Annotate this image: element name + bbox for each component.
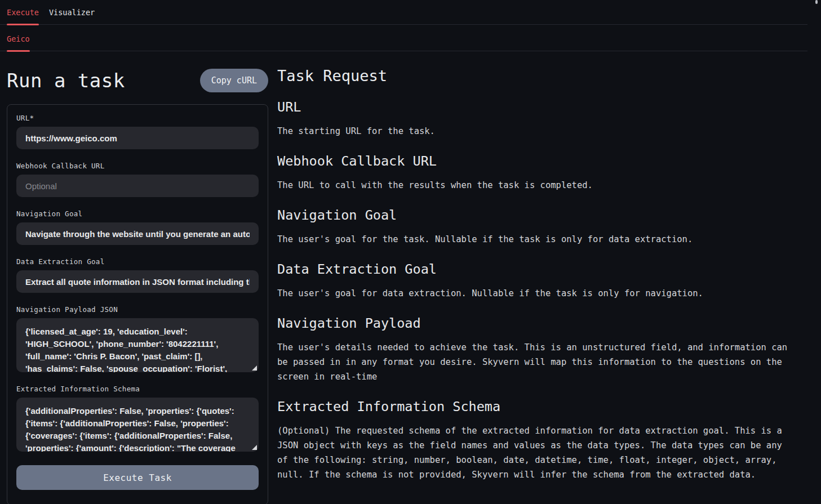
field-webhook-callback-url: Webhook Callback URL bbox=[16, 162, 259, 197]
resize-grip-icon[interactable] bbox=[252, 445, 257, 450]
doc-body: The URL to call with the results when th… bbox=[277, 178, 796, 193]
doc-heading: Data Extraction Goal bbox=[277, 261, 802, 277]
resize-grip-icon[interactable] bbox=[252, 365, 257, 371]
doc-body: The starting URL for the task. bbox=[277, 124, 796, 139]
url-input[interactable] bbox=[16, 127, 259, 149]
scrollbar-thumb[interactable] bbox=[815, 0, 818, 4]
doc-heading: URL bbox=[277, 99, 802, 115]
navigation-goal-input[interactable] bbox=[16, 222, 259, 245]
doc-body: The user's goal for data extraction. Nul… bbox=[277, 286, 796, 301]
doc-section-webhook-callback-url: Webhook Callback URL The URL to call wit… bbox=[277, 153, 802, 193]
doc-heading: Navigation Payload bbox=[277, 315, 802, 331]
main-tabbar: Execute Visualizer bbox=[0, 0, 807, 25]
doc-heading: Navigation Goal bbox=[277, 207, 802, 223]
doc-section-navigation-goal: Navigation Goal The user's goal for the … bbox=[277, 207, 802, 247]
tab-geico[interactable]: Geico bbox=[7, 34, 30, 51]
page-title: Run a task bbox=[7, 69, 125, 92]
main-content: Run a task Copy cURL URL* Webhook Callba… bbox=[0, 51, 821, 504]
url-label: URL* bbox=[16, 114, 259, 122]
doc-body: The user's goal for the task. Nullable i… bbox=[277, 232, 796, 247]
tab-execute[interactable]: Execute bbox=[7, 8, 39, 24]
navigation-payload-json-input[interactable]: {'licensed_at_age': 19, 'education_level… bbox=[16, 318, 259, 372]
extracted-information-schema-input[interactable]: {'additionalProperties': False, 'propert… bbox=[16, 398, 259, 452]
tab-visualizer[interactable]: Visualizer bbox=[49, 8, 95, 24]
data-extraction-goal-input[interactable] bbox=[16, 270, 259, 293]
run-task-header: Run a task Copy cURL bbox=[7, 63, 268, 99]
execute-task-button[interactable]: Execute Task bbox=[16, 465, 259, 490]
page-header: Execute Visualizer Geico bbox=[0, 0, 821, 51]
webhook-callback-url-input[interactable] bbox=[16, 175, 259, 197]
field-navigation-goal: Navigation Goal bbox=[16, 209, 259, 245]
task-request-docs: Task Request URL The starting URL for th… bbox=[277, 63, 802, 482]
doc-heading: Extracted Information Schema bbox=[277, 399, 802, 414]
run-task-panel: Run a task Copy cURL URL* Webhook Callba… bbox=[7, 63, 268, 504]
field-data-extraction-goal: Data Extraction Goal bbox=[16, 257, 259, 293]
field-url: URL* bbox=[16, 114, 259, 149]
doc-section-data-extraction-goal: Data Extraction Goal The user's goal for… bbox=[277, 261, 802, 301]
doc-body: (Optional) The requested schema of the e… bbox=[277, 423, 796, 482]
doc-body: The user's details needed to achieve the… bbox=[277, 340, 796, 384]
navigation-goal-label: Navigation Goal bbox=[16, 209, 259, 218]
doc-section-extracted-information-schema: Extracted Information Schema (Optional) … bbox=[277, 399, 802, 482]
docs-title: Task Request bbox=[277, 67, 802, 84]
doc-heading: Webhook Callback URL bbox=[277, 153, 802, 169]
field-extracted-information-schema: Extracted Information Schema {'additiona… bbox=[16, 385, 259, 452]
sub-tabbar: Geico bbox=[0, 25, 807, 51]
data-extraction-goal-label: Data Extraction Goal bbox=[16, 257, 259, 266]
doc-section-url: URL The starting URL for the task. bbox=[277, 99, 802, 139]
extracted-information-schema-label: Extracted Information Schema bbox=[16, 385, 259, 393]
copy-curl-button[interactable]: Copy cURL bbox=[200, 69, 268, 92]
field-navigation-payload-json: Navigation Payload JSON {'licensed_at_ag… bbox=[16, 305, 259, 372]
task-form: URL* Webhook Callback URL Navigation Goa… bbox=[7, 104, 268, 504]
doc-section-navigation-payload: Navigation Payload The user's details ne… bbox=[277, 315, 802, 384]
navigation-payload-json-label: Navigation Payload JSON bbox=[16, 305, 259, 314]
webhook-callback-url-label: Webhook Callback URL bbox=[16, 162, 259, 170]
